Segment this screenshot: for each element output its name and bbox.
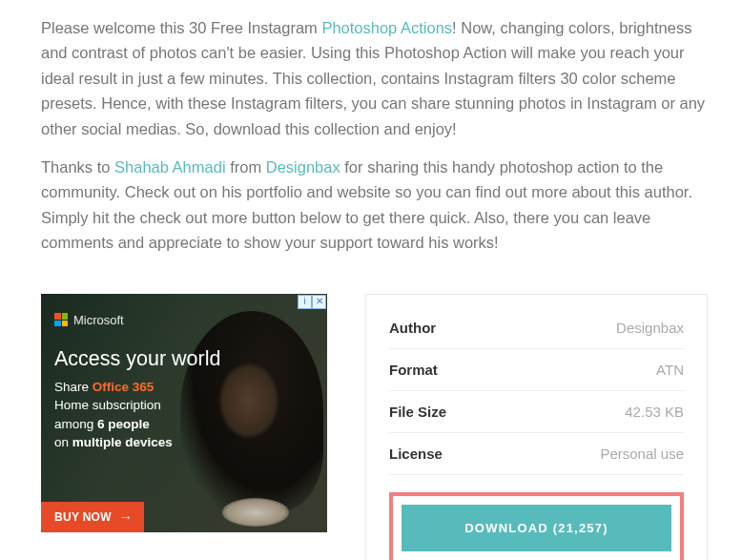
ad-close-icon[interactable]: ✕ [312,295,326,309]
microsoft-logo-icon [54,313,68,326]
info-label: File Size [389,404,446,420]
info-row-license: License Personal use [389,433,684,475]
ad-line: Share [54,380,93,394]
info-card: Author Designbax Format ATN File Size 42… [365,294,708,560]
ad-office365: Office 365 [93,380,155,394]
info-value: ATN [656,362,684,378]
buy-now-label: BUY NOW [54,510,112,524]
designbax-link[interactable]: Designbax [266,158,340,176]
ad-line: Home subscription [54,398,161,412]
info-value: Designbax [616,320,684,336]
info-value: 42.53 KB [625,404,684,420]
ad-phone-glow [222,498,289,527]
download-highlight: DOWNLOAD (21,257) [389,492,684,560]
arrow-right-icon: → [119,510,133,524]
ad-headline: Access your world [54,347,220,371]
intro-text: Thanks to [41,158,114,176]
info-value: Personal use [600,446,684,462]
info-label: Format [389,362,438,378]
info-row-author: Author Designbax [389,318,684,349]
info-label: License [389,446,443,462]
ad-brand-text: Microsoft [73,313,124,327]
ad-line-bold: multiple devices [72,435,173,449]
photoshop-actions-link[interactable]: Photoshop Actions [321,19,452,36]
info-row-filesize: File Size 42.53 KB [389,391,684,433]
author-link[interactable]: Shahab Ahmadi [114,158,226,176]
intro-paragraph-1: Please welcome this 30 Free Instagram Ph… [41,15,708,141]
ad-controls: i ✕ [298,295,326,309]
ad-banner[interactable]: i ✕ Microsoft Access your world Share Of… [41,294,327,532]
intro-text: from [226,158,266,176]
ad-line: on [54,435,72,449]
intro-text: ! Now, changing colors, brightness and c… [41,19,705,137]
info-row-format: Format ATN [389,349,684,391]
ad-line: among [54,417,97,431]
ad-body: Share Office 365 Home subscription among… [54,378,173,452]
adchoices-info-icon[interactable]: i [298,295,312,309]
info-label: Author [389,320,436,336]
ad-brand-row: Microsoft [54,313,124,327]
intro-text: Please welcome this 30 Free Instagram [41,19,321,36]
download-button[interactable]: DOWNLOAD (21,257) [402,505,671,551]
ad-line-bold: 6 people [97,417,150,431]
buy-now-button[interactable]: BUY NOW → [41,502,144,532]
intro-paragraph-2: Thanks to Shahab Ahmadi from Designbax f… [41,155,708,256]
